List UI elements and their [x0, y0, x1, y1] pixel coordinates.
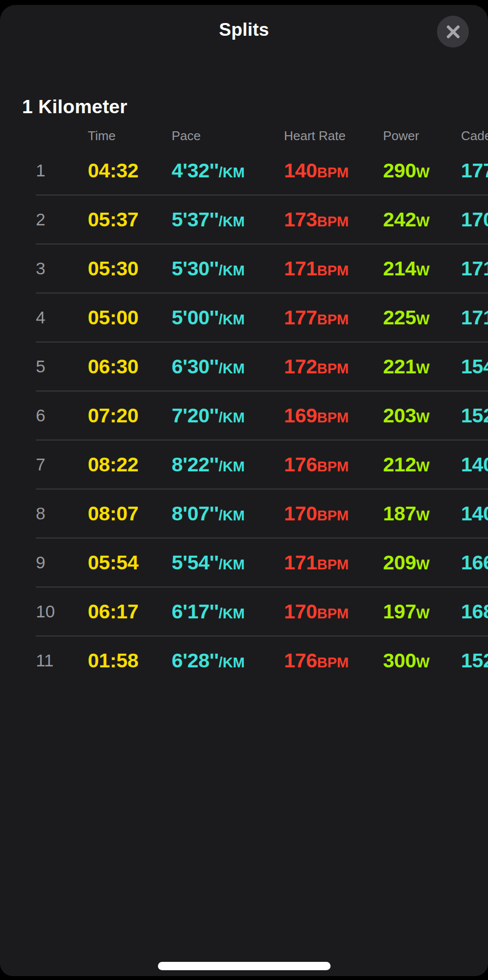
heart-rate-unit: BPM [317, 508, 349, 523]
cadence-value: 171 [461, 257, 488, 280]
pace-value: 6'28'' [172, 649, 219, 672]
cadence-value: 152 [461, 404, 488, 427]
cadence-value: 171 [461, 306, 488, 329]
pace-value: 5'54'' [172, 551, 219, 574]
heart-rate-unit: BPM [317, 312, 349, 327]
split-power: 290W [383, 146, 430, 199]
split-pace: 8'07''/KM [172, 489, 245, 542]
split-cadence: 177 [461, 146, 488, 199]
heart-rate-unit: BPM [317, 214, 349, 229]
column-header-cadence: Cadence [461, 128, 488, 144]
pace-unit: /KM [219, 361, 245, 376]
time-value: 05:54 [88, 551, 138, 574]
power-value: 212 [383, 453, 416, 476]
split-power: 209W [383, 538, 430, 591]
heart-rate-value: 140 [284, 159, 317, 182]
splits-table-body[interactable]: 1 04:32 4'32''/KM 140BPM 290W 177 2 05:3… [0, 146, 488, 685]
cadence-value: 140 [461, 502, 488, 525]
pace-unit: /KM [219, 459, 245, 474]
split-time: 08:22 [88, 440, 138, 493]
power-unit: W [416, 214, 430, 229]
split-time: 05:00 [88, 293, 138, 346]
heart-rate-value: 171 [284, 257, 317, 280]
time-value: 05:00 [88, 306, 138, 329]
pace-unit: /KM [219, 312, 245, 327]
split-heart-rate: 171BPM [284, 244, 349, 297]
split-cadence: 154 [461, 342, 488, 395]
section-title: 1 Kilometer [22, 96, 128, 118]
table-row: 7 08:22 8'22''/KM 176BPM 212W 140 [0, 440, 488, 489]
split-heart-rate: 176BPM [284, 440, 349, 493]
split-power: 221W [383, 342, 430, 395]
split-time: 05:30 [88, 244, 138, 297]
column-headers: Time Pace Heart Rate Power Cadence [0, 128, 488, 145]
pace-unit: /KM [219, 410, 245, 425]
split-index: 10 [36, 587, 55, 636]
power-unit: W [416, 263, 430, 278]
phone-screen: Splits 1 Kilometer Time Pace Heart Rate … [0, 0, 488, 980]
pace-value: 5'00'' [172, 306, 219, 329]
power-value: 242 [383, 208, 416, 231]
split-pace: 6'30''/KM [172, 342, 245, 395]
split-time: 08:07 [88, 489, 138, 542]
column-header-time: Time [88, 128, 116, 144]
split-time: 07:20 [88, 391, 138, 444]
time-value: 05:37 [88, 208, 138, 231]
split-cadence: 171 [461, 293, 488, 346]
table-row: 4 05:00 5'00''/KM 177BPM 225W 171 [0, 293, 488, 342]
split-power: 212W [383, 440, 430, 493]
table-row: 9 05:54 5'54''/KM 171BPM 209W 166 [0, 538, 488, 587]
split-heart-rate: 173BPM [284, 195, 349, 248]
split-power: 203W [383, 391, 430, 444]
heart-rate-unit: BPM [317, 361, 349, 376]
split-cadence: 168 [461, 587, 488, 640]
power-unit: W [416, 361, 430, 376]
split-index: 4 [36, 293, 45, 342]
heart-rate-value: 169 [284, 404, 317, 427]
cadence-value: 166 [461, 551, 488, 574]
table-row: 6 07:20 7'20''/KM 169BPM 203W 152 [0, 391, 488, 440]
pace-unit: /KM [219, 214, 245, 229]
close-button[interactable] [437, 16, 469, 48]
split-power: 214W [383, 244, 430, 297]
close-icon [445, 24, 461, 40]
split-index: 5 [36, 342, 45, 391]
power-value: 221 [383, 355, 416, 378]
pace-value: 8'07'' [172, 502, 219, 525]
power-value: 187 [383, 502, 416, 525]
split-cadence: 152 [461, 391, 488, 444]
table-row: 5 06:30 6'30''/KM 172BPM 221W 154 [0, 342, 488, 391]
power-value: 300 [383, 649, 416, 672]
split-pace: 6'17''/KM [172, 587, 245, 640]
cadence-value: 154 [461, 355, 488, 378]
heart-rate-unit: BPM [317, 263, 349, 278]
power-unit: W [416, 459, 430, 474]
cadence-value: 152 [461, 649, 488, 672]
home-indicator[interactable] [158, 962, 331, 970]
splits-sheet: Splits 1 Kilometer Time Pace Heart Rate … [0, 5, 488, 976]
pace-value: 5'30'' [172, 257, 219, 280]
split-index: 7 [36, 440, 45, 489]
split-pace: 4'32''/KM [172, 146, 245, 199]
split-cadence: 140 [461, 489, 488, 542]
split-power: 187W [383, 489, 430, 542]
cadence-value: 140 [461, 453, 488, 476]
split-power: 197W [383, 587, 430, 640]
power-unit: W [416, 655, 430, 670]
power-unit: W [416, 508, 430, 523]
power-unit: W [416, 557, 430, 572]
power-value: 197 [383, 600, 416, 623]
heart-rate-unit: BPM [317, 165, 349, 180]
split-pace: 5'54''/KM [172, 538, 245, 591]
power-unit: W [416, 312, 430, 327]
split-time: 01:58 [88, 636, 138, 689]
split-heart-rate: 169BPM [284, 391, 349, 444]
column-header-heart-rate: Heart Rate [284, 128, 346, 144]
time-value: 06:30 [88, 355, 138, 378]
split-time: 05:37 [88, 195, 138, 248]
pace-value: 7'20'' [172, 404, 219, 427]
split-heart-rate: 171BPM [284, 538, 349, 591]
heart-rate-value: 176 [284, 453, 317, 476]
split-heart-rate: 140BPM [284, 146, 349, 199]
heart-rate-value: 177 [284, 306, 317, 329]
